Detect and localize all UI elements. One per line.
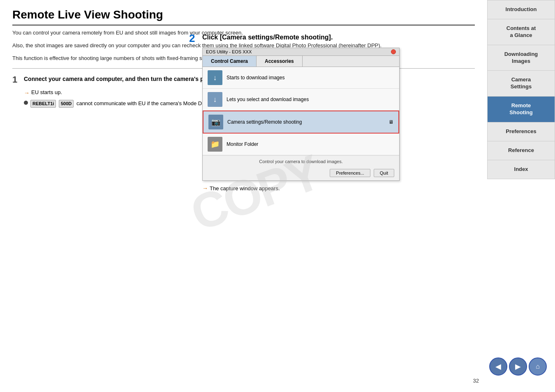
- badge-500d: 500D: [59, 100, 74, 108]
- right-sidebar: Introduction Contents ata Glance Downloa…: [487, 0, 555, 349]
- eos-select-icon: ↓: [208, 92, 222, 107]
- sidebar-btn-contents[interactable]: Contents ata Glance: [487, 19, 555, 45]
- sidebar-btn-remote-shooting[interactable]: RemoteShooting: [487, 96, 555, 122]
- step-1-arrow-icon: →: [24, 88, 30, 97]
- bottom-navigation: ◀ ▶ ⌂: [489, 357, 547, 376]
- step-1-bullet-text: EU starts up.: [31, 88, 62, 97]
- eos-window-title: EOS Utility - EOS XXX: [206, 49, 252, 54]
- eos-camera-preview: 🖥: [388, 119, 393, 125]
- step-2-section: 2 Click [Camera settings/Remote shooting…: [189, 33, 485, 191]
- eos-menu-camera-settings[interactable]: 📷 Camera settings/Remote shooting 🖥: [203, 111, 399, 134]
- step-2-header: 2 Click [Camera settings/Remote shooting…: [189, 33, 485, 44]
- step-2-number: 2: [189, 33, 199, 44]
- nav-prev-button[interactable]: ◀: [489, 357, 507, 376]
- eos-menu-download-label: Starts to download images: [227, 75, 284, 81]
- eos-tab-control-camera[interactable]: Control Camera: [203, 56, 257, 67]
- eos-quit-button[interactable]: Quit: [374, 169, 394, 177]
- eos-tab-accessories[interactable]: Accessories: [257, 56, 303, 67]
- eos-menu-download[interactable]: ↓ Starts to download images: [203, 67, 399, 89]
- eos-utility-window: EOS Utility - EOS XXX Control Camera Acc…: [202, 48, 400, 181]
- sidebar-btn-reference[interactable]: Reference: [487, 141, 555, 160]
- step-2-result-text: The capture window appears.: [210, 185, 280, 191]
- nav-home-button[interactable]: ⌂: [529, 357, 547, 376]
- page-title: Remote Live View Shooting: [12, 8, 475, 25]
- sidebar-btn-index[interactable]: Index: [487, 160, 555, 179]
- eos-menu-select[interactable]: ↓ Lets you select and download images: [203, 89, 399, 111]
- step-2-title: Click [Camera settings/Remote shooting].: [202, 33, 333, 42]
- eos-close-button[interactable]: [391, 49, 396, 54]
- step-2-result: → The capture window appears.: [202, 185, 485, 191]
- eos-menu-camera-label: Camera settings/Remote shooting: [227, 119, 302, 125]
- step-1-bullet-dot: [24, 101, 28, 105]
- nav-next-button[interactable]: ▶: [509, 357, 527, 376]
- page-number: 32: [473, 378, 479, 384]
- eos-menu-monitor[interactable]: 📁 Monitor Folder: [203, 134, 399, 155]
- eos-titlebar: EOS Utility - EOS XXX: [203, 48, 399, 56]
- eos-camera-icon: 📷: [208, 115, 223, 129]
- eos-menu-select-label: Lets you select and download images: [227, 97, 309, 102]
- eos-download-icon: ↓: [208, 70, 222, 85]
- sidebar-btn-camera-settings[interactable]: CameraSettings: [487, 70, 555, 96]
- step-1-number: 1: [12, 75, 21, 84]
- eos-menu-monitor-label: Monitor Folder: [227, 141, 258, 147]
- eos-preferences-button[interactable]: Preferences...: [330, 169, 370, 177]
- eos-tabs: Control Camera Accessories: [203, 56, 399, 67]
- badge-rebelt1i: REBELT1i: [30, 100, 56, 108]
- sidebar-btn-introduction[interactable]: Introduction: [487, 0, 555, 19]
- eos-footer-text: Control your camera to download images.: [203, 155, 399, 167]
- step-2-arrow-icon: →: [202, 185, 208, 191]
- eos-monitor-icon: 📁: [208, 137, 222, 152]
- sidebar-btn-downloading[interactable]: DownloadingImages: [487, 45, 555, 71]
- eos-footer-buttons: Preferences... Quit: [203, 167, 399, 180]
- eos-footer-label: Control your camera to download images.: [259, 159, 343, 164]
- sidebar-btn-preferences[interactable]: Preferences: [487, 122, 555, 141]
